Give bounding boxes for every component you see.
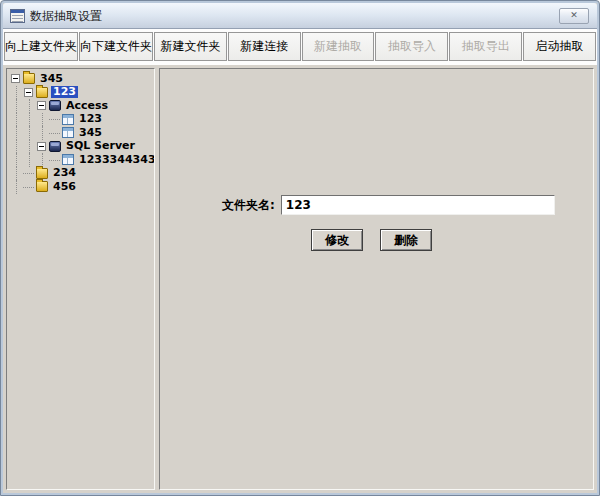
window-title: 数据抽取设置 bbox=[30, 9, 559, 23]
tree-connector bbox=[23, 167, 36, 181]
toolbar-button-2[interactable]: 向下建文件夹 bbox=[79, 32, 153, 61]
tree-node[interactable]: 1233344343 bbox=[10, 153, 152, 167]
tree-node-label: 123 bbox=[77, 113, 104, 125]
folder-name-input[interactable] bbox=[281, 195, 555, 215]
tree-indent-guide bbox=[10, 99, 23, 113]
folder-name-label: 文件夹名: bbox=[222, 197, 275, 214]
folder-tree: 345 123 Access 123 345 SQL Server 123334… bbox=[7, 69, 154, 194]
tree-node[interactable]: 345 bbox=[10, 126, 152, 140]
tree-node-label: 234 bbox=[51, 167, 78, 179]
tree-indent-guide bbox=[10, 180, 23, 194]
tree-indent-guide bbox=[23, 113, 36, 127]
tree-indent-guide bbox=[10, 113, 23, 127]
detail-panel: 文件夹名: 修改 删除 bbox=[159, 68, 594, 490]
toolbar-button-label: 新建文件夹 bbox=[160, 38, 220, 55]
folder-icon bbox=[36, 87, 48, 98]
content-area: 345 123 Access 123 345 SQL Server 123334… bbox=[3, 65, 597, 493]
tree-indent-guide bbox=[10, 86, 23, 100]
toolbar-button-8[interactable]: 启动抽取 bbox=[523, 32, 596, 61]
toolbar-button-5: 新建抽取 bbox=[302, 32, 375, 61]
tree-node-label: 345 bbox=[38, 73, 65, 85]
form-buttons: 修改 删除 bbox=[311, 229, 432, 251]
tree-indent-guide bbox=[23, 126, 36, 140]
folder-tree-panel: 345 123 Access 123 345 SQL Server 123334… bbox=[6, 68, 155, 490]
tree-node-label: 1233344343 bbox=[77, 154, 155, 166]
tree-indent-guide bbox=[36, 126, 49, 140]
tree-connector bbox=[49, 153, 62, 167]
toolbar-button-label: 抽取导入 bbox=[388, 38, 436, 55]
tree-node-label: 123 bbox=[51, 86, 78, 98]
tree-node[interactable]: 123 bbox=[10, 86, 152, 100]
tree-node[interactable]: 456 bbox=[10, 180, 152, 194]
tree-indent-guide bbox=[10, 126, 23, 140]
toolbar-button-4[interactable]: 新建连接 bbox=[228, 32, 301, 61]
tree-indent-guide bbox=[36, 153, 49, 167]
titlebar: 数据抽取设置 ✕ bbox=[3, 3, 597, 29]
tree-node-label: 456 bbox=[51, 181, 78, 193]
tree-indent-guide bbox=[10, 167, 23, 181]
collapse-icon[interactable] bbox=[11, 74, 20, 83]
toolbar-button-label: 新建连接 bbox=[240, 38, 288, 55]
folder-icon bbox=[36, 181, 48, 192]
folder-icon bbox=[36, 168, 48, 179]
collapse-icon[interactable] bbox=[24, 88, 33, 97]
data-extraction-settings-window: 数据抽取设置 ✕ 向上建文件夹 向下建文件夹 新建文件夹 新建连接 新建抽取 抽… bbox=[0, 0, 600, 496]
tree-connector bbox=[23, 180, 36, 194]
modify-button[interactable]: 修改 bbox=[311, 229, 363, 251]
toolbar-button-label: 向下建文件夹 bbox=[80, 38, 152, 55]
folder-name-row: 文件夹名: bbox=[160, 195, 555, 215]
tree-indent-guide bbox=[10, 153, 23, 167]
toolbar-button-3[interactable]: 新建文件夹 bbox=[154, 32, 227, 61]
table-icon bbox=[62, 154, 74, 165]
tree-indent-guide bbox=[10, 140, 23, 154]
toolbar-button-7: 抽取导出 bbox=[449, 32, 522, 61]
tree-node[interactable]: 123 bbox=[10, 113, 152, 127]
delete-button[interactable]: 删除 bbox=[380, 229, 432, 251]
table-icon bbox=[62, 114, 74, 125]
toolbar-button-label: 新建抽取 bbox=[314, 38, 362, 55]
folder-icon bbox=[23, 73, 35, 84]
tree-indent-guide bbox=[23, 153, 36, 167]
app-icon bbox=[10, 9, 25, 23]
tree-node[interactable]: Access bbox=[10, 99, 152, 113]
tree-node-label: SQL Server bbox=[64, 140, 137, 152]
toolbar-button-label: 抽取导出 bbox=[462, 38, 510, 55]
tree-connector bbox=[49, 113, 62, 127]
toolbar-button-label: 启动抽取 bbox=[536, 38, 584, 55]
close-icon[interactable]: ✕ bbox=[559, 8, 589, 24]
tree-node[interactable]: 345 bbox=[10, 72, 152, 86]
database-icon bbox=[49, 100, 61, 111]
tree-node-label: 345 bbox=[77, 127, 104, 139]
tree-connector bbox=[49, 126, 62, 140]
tree-node[interactable]: 234 bbox=[10, 167, 152, 181]
tree-node[interactable]: SQL Server bbox=[10, 140, 152, 154]
tree-node-label: Access bbox=[64, 100, 110, 112]
toolbar: 向上建文件夹 向下建文件夹 新建文件夹 新建连接 新建抽取 抽取导入 抽取导出 … bbox=[3, 29, 597, 65]
toolbar-button-label: 向上建文件夹 bbox=[5, 38, 77, 55]
toolbar-button-6: 抽取导入 bbox=[375, 32, 448, 61]
database-icon bbox=[49, 141, 61, 152]
table-icon bbox=[62, 127, 74, 138]
tree-indent-guide bbox=[23, 99, 36, 113]
tree-indent-guide bbox=[23, 140, 36, 154]
tree-indent-guide bbox=[36, 113, 49, 127]
toolbar-button-1[interactable]: 向上建文件夹 bbox=[4, 32, 78, 61]
collapse-icon[interactable] bbox=[37, 142, 46, 151]
collapse-icon[interactable] bbox=[37, 101, 46, 110]
